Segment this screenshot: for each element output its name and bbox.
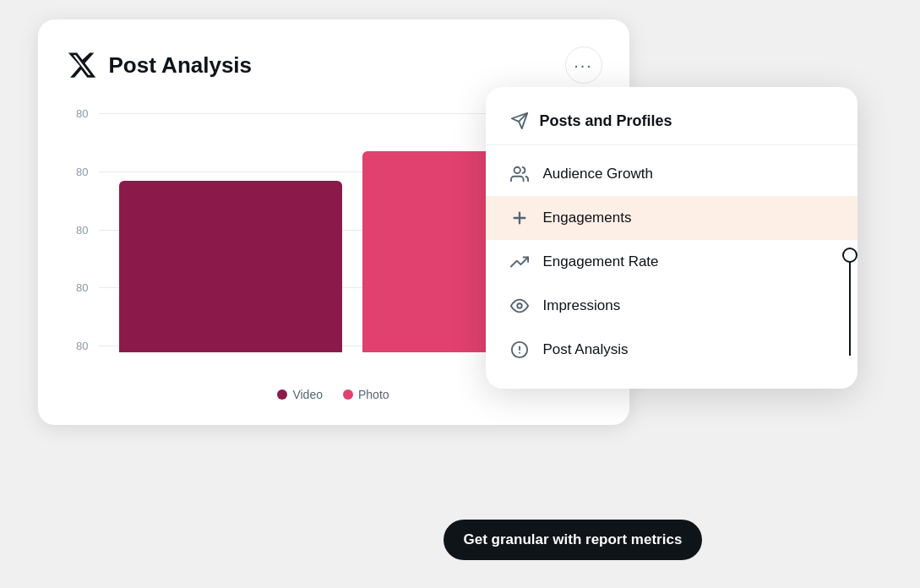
legend-photo: Photo (343, 388, 389, 401)
legend-label-video: Video (292, 388, 323, 401)
more-button-label: ··· (574, 56, 593, 75)
dropdown-item-impressions[interactable]: Impressions (486, 284, 857, 328)
grid-label-2: 80 (65, 166, 89, 178)
legend-dot-video (277, 389, 287, 400)
dropdown-section-title: Posts and Profiles (540, 112, 672, 130)
dropdown-label-audience-growth: Audience Growth (543, 166, 653, 182)
legend-label-photo: Photo (358, 388, 389, 401)
dropdown-section-header: Posts and Profiles (486, 104, 857, 145)
dropdown-item-audience-growth[interactable]: Audience Growth (486, 152, 857, 196)
x-logo (65, 48, 99, 82)
send-icon (509, 111, 530, 131)
plus-icon (509, 208, 530, 228)
dropdown-label-post-analysis: Post Analysis (543, 341, 629, 358)
grid-label-4: 80 (65, 281, 89, 294)
svg-point-2 (514, 167, 520, 173)
legend-dot-photo (343, 389, 353, 400)
eye-icon (509, 296, 530, 316)
annotation-line (849, 254, 851, 356)
grid-label-5: 80 (65, 340, 89, 352)
dropdown-label-impressions: Impressions (543, 297, 621, 314)
more-button[interactable]: ··· (565, 46, 602, 84)
dropdown-item-engagements[interactable]: Engagements (486, 196, 857, 240)
card-title: Post Analysis (109, 52, 253, 79)
dropdown-item-post-analysis[interactable]: Post Analysis (486, 328, 857, 372)
dropdown-label-engagement-rate: Engagement Rate (543, 253, 659, 270)
card-title-group: Post Analysis (65, 48, 253, 82)
legend-video: Video (277, 388, 323, 401)
annotation-circle (842, 248, 857, 263)
trend-icon (509, 252, 530, 272)
people-icon (509, 164, 530, 184)
svg-point-5 (517, 303, 522, 308)
chart-legend: Video Photo (65, 388, 602, 401)
dropdown-label-engagements: Engagements (543, 210, 632, 226)
dropdown-card: Posts and Profiles Audience Growth (486, 87, 857, 389)
dropdown-item-engagement-rate[interactable]: Engagement Rate (486, 240, 857, 284)
grid-label-1: 80 (65, 107, 89, 120)
chart-icon (509, 340, 530, 360)
grid-label-3: 80 (65, 224, 89, 237)
annotation-tooltip: Get granular with report metrics (444, 520, 703, 560)
bar-video (119, 181, 342, 352)
card-header: Post Analysis ··· (65, 46, 602, 84)
